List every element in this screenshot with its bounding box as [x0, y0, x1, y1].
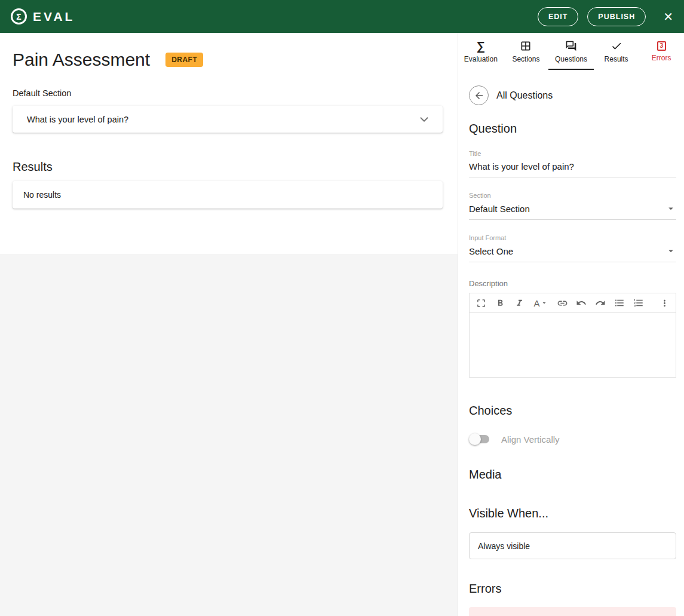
section-select[interactable]: Default Section — [469, 199, 676, 220]
bullet-list-icon[interactable] — [612, 295, 627, 311]
undo-icon[interactable] — [573, 295, 589, 311]
panel-tabs: ∑ Evaluation Sections Questions Results … — [458, 33, 684, 70]
visible-when-value: Always visible — [478, 541, 530, 551]
logo: Σ EVAL — [11, 8, 75, 24]
link-icon[interactable] — [554, 295, 570, 311]
editor-panel: ∑ Evaluation Sections Questions Results … — [458, 33, 684, 616]
caret-down-icon — [665, 203, 676, 214]
chevron-down-icon — [418, 113, 431, 126]
title-input[interactable]: What is your level of pain? — [469, 157, 676, 177]
main-layout: Pain Assessment DRAFT Default Section Wh… — [0, 33, 684, 616]
media-heading: Media — [469, 468, 676, 482]
all-questions-row: All Questions — [469, 85, 676, 105]
all-questions-label: All Questions — [496, 90, 553, 101]
question-accordion[interactable]: What is your level of pain? — [13, 106, 443, 133]
align-vertically-toggle[interactable] — [469, 433, 491, 445]
title-value: What is your level of pain? — [469, 161, 574, 171]
page-background — [0, 254, 458, 616]
italic-icon[interactable] — [511, 295, 527, 311]
tab-label: Sections — [512, 55, 539, 63]
check-icon — [611, 40, 622, 52]
publish-button[interactable]: PUBLISH — [587, 7, 646, 26]
chat-icon — [565, 40, 577, 52]
tab-label: Results — [605, 55, 628, 63]
tab-evaluation[interactable]: ∑ Evaluation — [458, 33, 504, 70]
errors-heading: Errors — [469, 582, 676, 596]
section-label: Section — [469, 192, 676, 199]
more-options-icon[interactable] — [657, 295, 672, 311]
align-vertically-label: Align Vertically — [501, 434, 560, 445]
topbar-actions: EDIT PUBLISH ✕ — [538, 7, 673, 26]
caret-down-icon — [665, 246, 676, 256]
font-color-icon[interactable]: A — [530, 295, 551, 311]
title-field: Title What is your level of pain? — [469, 150, 676, 177]
input-format-value: Select One — [469, 246, 513, 256]
tab-label: Evaluation — [464, 55, 498, 63]
description-textarea[interactable] — [470, 313, 676, 377]
input-format-select[interactable]: Select One — [469, 241, 676, 262]
no-results-card: No results — [13, 181, 443, 209]
tab-errors[interactable]: 3 Errors — [639, 33, 684, 70]
edit-button[interactable]: EDIT — [538, 7, 578, 26]
sigma-icon: ∑ — [477, 40, 485, 52]
error-count-icon: 3 — [657, 41, 666, 51]
tab-label: Errors — [652, 54, 671, 62]
description-editor: A — [469, 293, 676, 378]
logo-text: EVAL — [33, 10, 75, 24]
close-icon[interactable]: ✕ — [663, 11, 673, 23]
bold-icon[interactable] — [492, 295, 508, 311]
visible-when-heading: Visible When... — [469, 507, 676, 520]
description-label: Description — [469, 279, 676, 288]
numbered-list-icon[interactable] — [631, 295, 646, 311]
input-format-field: Input Format Select One — [469, 234, 676, 262]
no-results-text: No results — [23, 190, 61, 200]
align-vertically-row: Align Vertically — [469, 433, 676, 445]
panel-body: All Questions Question Title What is you… — [458, 70, 684, 616]
page-title: Pain Assessment — [13, 50, 150, 70]
editor-toolbar: A — [470, 293, 676, 313]
title-label: Title — [469, 150, 676, 157]
grid-icon — [520, 40, 532, 52]
toggle-thumb — [469, 433, 481, 445]
preview-card: Pain Assessment DRAFT Default Section Wh… — [0, 33, 458, 254]
tab-sections[interactable]: Sections — [504, 33, 549, 70]
topbar: Σ EVAL EDIT PUBLISH ✕ — [0, 0, 684, 33]
default-section-label: Default Section — [13, 88, 443, 98]
sigma-logo-icon: Σ — [11, 8, 27, 24]
section-field: Section Default Section — [469, 192, 676, 220]
app-root: Σ EVAL EDIT PUBLISH ✕ Pain Assessment DR… — [0, 0, 684, 616]
question-accordion-label: What is your level of pain? — [27, 115, 128, 124]
results-heading: Results — [13, 160, 443, 174]
section-value: Default Section — [469, 204, 530, 214]
tab-label: Questions — [555, 55, 587, 63]
preview-area: Pain Assessment DRAFT Default Section Wh… — [0, 33, 458, 616]
redo-icon[interactable] — [593, 295, 608, 311]
arrow-left-icon — [474, 90, 484, 101]
tab-questions[interactable]: Questions — [548, 33, 594, 70]
back-button[interactable] — [469, 85, 489, 105]
input-format-label: Input Format — [469, 234, 676, 241]
fullscreen-icon[interactable] — [473, 295, 489, 311]
page-title-row: Pain Assessment DRAFT — [13, 50, 443, 70]
status-badge: DRAFT — [165, 53, 203, 67]
visible-when-field[interactable]: Always visible — [469, 532, 676, 559]
choices-heading: Choices — [469, 404, 676, 418]
error-accordion[interactable]: Question is missing a choice — [469, 607, 676, 616]
question-heading: Question — [469, 122, 676, 136]
tab-results[interactable]: Results — [594, 33, 639, 70]
